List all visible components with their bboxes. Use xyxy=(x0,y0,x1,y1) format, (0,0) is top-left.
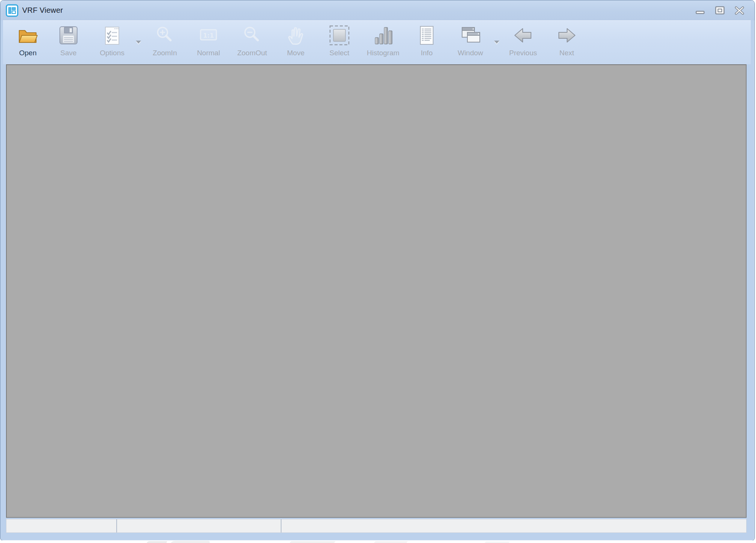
close-icon xyxy=(734,6,745,15)
zoom-out-icon xyxy=(242,24,263,47)
window-dropdown-arrow[interactable] xyxy=(492,21,501,64)
select-label: Select xyxy=(330,49,350,57)
zoom-out-button[interactable]: ZoomOut xyxy=(230,21,274,64)
minimize-icon xyxy=(695,6,706,15)
watermark-shape xyxy=(287,541,336,543)
zoom-in-icon xyxy=(154,24,175,47)
options-dropdown-arrow[interactable] xyxy=(134,21,143,64)
select-marquee-icon xyxy=(329,24,350,47)
watermark-shape xyxy=(168,541,211,543)
close-button[interactable] xyxy=(733,5,746,16)
normal-button[interactable]: 1:1 Normal xyxy=(187,21,230,64)
info-document-icon xyxy=(417,24,437,47)
info-label: Info xyxy=(421,49,433,57)
watermark-shape xyxy=(482,541,510,543)
histogram-label: Histogram xyxy=(367,49,400,57)
options-button[interactable]: Options xyxy=(90,21,134,64)
window-title: VRF Viewer xyxy=(22,6,63,15)
status-panel-2 xyxy=(117,519,281,532)
window-controls xyxy=(694,5,746,16)
svg-text:1:1: 1:1 xyxy=(203,32,214,39)
move-hand-icon xyxy=(285,24,306,47)
save-floppy-icon xyxy=(58,24,79,47)
maximize-button[interactable] xyxy=(713,5,727,16)
open-label: Open xyxy=(19,49,37,57)
watermark-shape xyxy=(371,541,408,543)
image-canvas xyxy=(6,64,747,518)
chevron-down-icon xyxy=(494,41,499,44)
window-button[interactable]: Window xyxy=(449,21,492,64)
move-label: Move xyxy=(287,49,304,57)
previous-arrow-icon xyxy=(512,24,534,47)
histogram-bars-icon xyxy=(373,24,394,47)
toolbar: Open xyxy=(3,20,751,64)
save-button[interactable]: Save xyxy=(47,21,90,64)
title-bar[interactable]: VRF Viewer xyxy=(0,0,754,20)
status-panel-1 xyxy=(6,519,117,532)
previous-button[interactable]: Previous xyxy=(501,21,545,64)
chevron-down-icon xyxy=(136,41,141,44)
status-bar xyxy=(6,519,747,533)
screen: VRF Viewer xyxy=(0,0,756,543)
open-folder-icon xyxy=(17,24,39,47)
normal-1-1-icon: 1:1 xyxy=(198,24,219,47)
open-button[interactable]: Open xyxy=(9,21,47,64)
histogram-button[interactable]: Histogram xyxy=(361,21,405,64)
next-label: Next xyxy=(559,49,574,57)
vrf-viewer-window: VRF Viewer xyxy=(0,0,755,541)
next-arrow-icon xyxy=(556,24,578,47)
normal-label: Normal xyxy=(197,49,220,57)
zoom-in-label: ZoomIn xyxy=(153,49,177,57)
select-button[interactable]: Select xyxy=(318,21,361,64)
watermark-shape xyxy=(144,541,168,543)
zoom-in-button[interactable]: ZoomIn xyxy=(143,21,187,64)
save-label: Save xyxy=(60,49,76,57)
minimize-button[interactable] xyxy=(694,5,707,16)
maximize-icon xyxy=(714,6,726,15)
options-label: Options xyxy=(100,49,124,57)
options-checklist-icon xyxy=(102,24,122,47)
previous-label: Previous xyxy=(509,49,537,57)
zoom-out-label: ZoomOut xyxy=(237,49,267,57)
move-button[interactable]: Move xyxy=(274,21,318,64)
window-cascade-icon xyxy=(459,24,481,47)
desktop-strip xyxy=(0,540,756,543)
status-panel-3 xyxy=(281,519,746,532)
next-button[interactable]: Next xyxy=(545,21,589,64)
window-label: Window xyxy=(458,49,483,57)
app-grid-icon xyxy=(6,4,18,17)
info-button[interactable]: Info xyxy=(405,21,449,64)
